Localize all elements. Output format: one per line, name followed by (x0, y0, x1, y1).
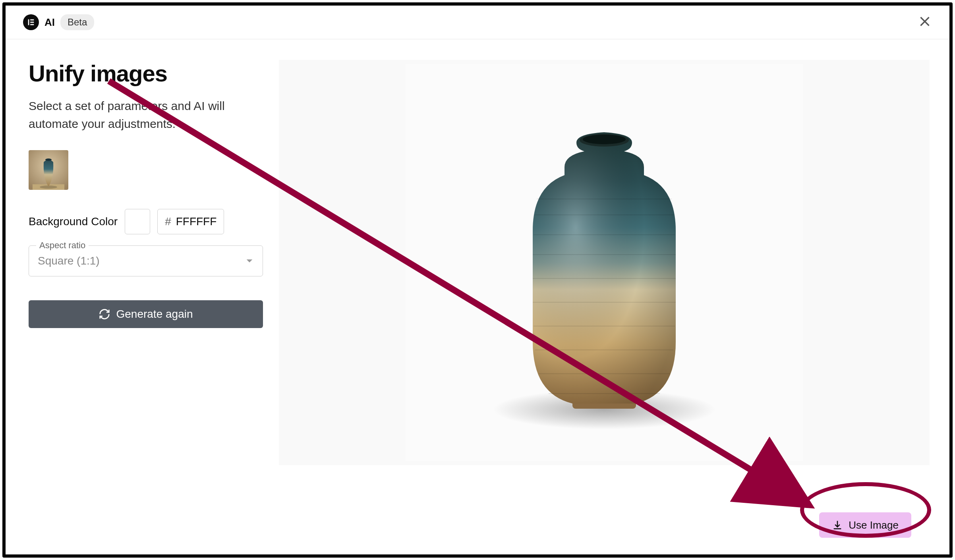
aspect-ratio-legend: Aspect ratio (36, 240, 89, 251)
source-thumbnail[interactable] (29, 150, 68, 190)
bg-color-row: Background Color # FFFFFF (29, 209, 263, 234)
ai-label: AI (44, 16, 55, 29)
svg-point-9 (45, 158, 52, 161)
page-title: Unify images (29, 60, 263, 87)
hex-prefix: # (165, 215, 171, 228)
beta-badge: Beta (60, 14, 94, 30)
use-image-label: Use Image (849, 519, 899, 531)
page-subtitle: Select a set of parameters and AI will a… (29, 97, 263, 133)
close-icon (918, 14, 932, 29)
header-left: AI Beta (23, 14, 94, 30)
elementor-logo (23, 14, 39, 30)
generate-again-label: Generate again (116, 308, 193, 321)
svg-rect-2 (30, 22, 34, 23)
use-image-button[interactable]: Use Image (819, 512, 911, 538)
svg-rect-0 (28, 19, 29, 25)
bg-color-swatch[interactable] (125, 209, 150, 234)
modal-content: Unify images Select a set of parameters … (6, 39, 949, 556)
chevron-down-icon (245, 257, 254, 265)
hex-value: FFFFFF (176, 215, 217, 228)
modal-header: AI Beta (6, 6, 949, 39)
preview-panel (279, 60, 930, 465)
refresh-icon (99, 308, 110, 320)
aspect-ratio-value: Square (1:1) (38, 255, 100, 267)
svg-rect-1 (30, 19, 34, 21)
aspect-ratio-select[interactable]: Aspect ratio Square (1:1) (29, 245, 263, 276)
generate-again-button[interactable]: Generate again (29, 300, 263, 328)
svg-point-14 (583, 135, 626, 144)
settings-panel: Unify images Select a set of parameters … (29, 60, 263, 547)
download-icon (832, 519, 843, 531)
preview-image (406, 64, 803, 461)
close-button[interactable] (914, 11, 935, 33)
bg-color-hex-input[interactable]: # FFFFFF (157, 209, 224, 234)
bg-color-label: Background Color (29, 215, 118, 228)
svg-rect-3 (30, 24, 34, 25)
